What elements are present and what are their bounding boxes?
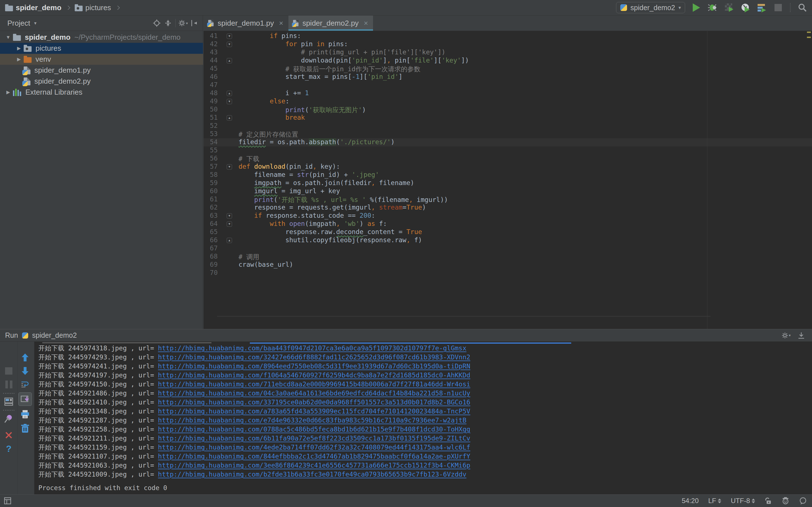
console-url-link[interactable]: http://hbimg.huabanimg.com/04c3a0ae64a16…: [158, 390, 470, 397]
fold-region-end-icon[interactable]: ▴: [227, 91, 232, 96]
fold-region-start-icon[interactable]: ▾: [227, 164, 232, 170]
gear-icon[interactable]: ▾: [780, 330, 792, 341]
hide-panel-icon[interactable]: [796, 330, 807, 341]
console-url-link[interactable]: http://hbimg.huabanimg.com/f1064a5467609…: [158, 372, 470, 379]
console-url-link[interactable]: http://hbimg.huabanimg.com/baa443f0947d2…: [158, 344, 466, 352]
restore-layout-button[interactable]: [3, 396, 14, 407]
encoding-selector[interactable]: UTF-8: [731, 497, 755, 505]
warning-stripe-mark[interactable]: [807, 32, 811, 33]
close-icon[interactable]: ×: [279, 19, 283, 27]
console-line: 开始下载 2445921009.jpeg , url= http://hbimg…: [38, 470, 812, 479]
editor-horizontal-scrollbar[interactable]: [217, 316, 711, 317]
tree-item-pictures[interactable]: ▶pictures: [0, 43, 203, 54]
locate-file-icon[interactable]: [151, 18, 162, 28]
tree-item-venv[interactable]: ▶venv: [0, 54, 203, 65]
debug-button[interactable]: [708, 3, 718, 13]
code-text: i += 1: [239, 89, 309, 97]
collapse-all-icon[interactable]: [162, 18, 174, 28]
tab-spider_demo2-py[interactable]: spider_demo2.py×: [289, 15, 373, 31]
console-url-link[interactable]: http://hbimg.huabanimg.com/711ebcd8aa2e0…: [158, 381, 470, 388]
python-icon: [22, 332, 28, 339]
fold-region-end-icon[interactable]: ▴: [227, 115, 232, 121]
hide-panel-icon[interactable]: [189, 18, 200, 28]
help-button[interactable]: ?: [3, 443, 14, 454]
line-number: 65: [204, 228, 218, 235]
code-line-53: 53# 定义图片存储位置: [204, 130, 812, 138]
console-url-link[interactable]: http://hbimg.huabanimg.com/e7d4e96332e0d…: [158, 416, 466, 424]
console-url-link[interactable]: http://hbimg.huabanimg.com/a783a65fd43a5…: [158, 407, 470, 415]
fold-region-start-icon[interactable]: ▾: [227, 42, 232, 47]
process-exit-message: Process finished with exit code 0: [38, 484, 812, 493]
tree-item-external-libraries[interactable]: ▶External Libraries: [0, 87, 203, 98]
console-url-link[interactable]: http://hbimg.huabanimg.com/337195ce0ab62…: [158, 399, 470, 406]
breadcrumb-chevron-icon: [66, 5, 70, 10]
fold-region-start-icon[interactable]: ▾: [227, 99, 232, 104]
pin-tab-button[interactable]: [3, 413, 14, 425]
fold-region-start-icon[interactable]: ▾: [227, 34, 232, 39]
breadcrumb-chevron-icon: [116, 5, 120, 10]
close-icon[interactable]: ×: [364, 19, 368, 27]
warning-stripe-mark[interactable]: [807, 37, 811, 38]
code-line-66: 66▴ shutil.copyfileobj(response.raw, f): [204, 236, 812, 244]
python-file-icon: [24, 66, 31, 74]
soft-wrap-button[interactable]: [19, 379, 31, 390]
pause-output-button[interactable]: [3, 379, 14, 390]
line-separator-selector[interactable]: LF: [708, 497, 721, 505]
python-icon: [620, 4, 627, 11]
console-url-link[interactable]: http://hbimg.huabanimg.com/0788ac5c486bd…: [158, 426, 470, 433]
code-editor[interactable]: 41▾ if pins:42▾ for pin in pins:43 # pri…: [204, 31, 812, 329]
chevron-expanded-icon[interactable]: ▼: [3, 35, 13, 40]
line-number: 61: [204, 195, 218, 203]
run-console[interactable]: 开始下载 2445974318.jpeg , url= http://hbimg…: [35, 342, 812, 494]
stop-button[interactable]: [773, 3, 783, 13]
profiler-button[interactable]: [741, 3, 751, 13]
concurrency-diagram-button[interactable]: [757, 3, 767, 13]
toolwindow-switcher-icon[interactable]: [4, 497, 11, 504]
search-everywhere-icon[interactable]: [797, 3, 808, 13]
console-url-link[interactable]: http://hbimg.huabanimg.com/844efbbba2c1c…: [158, 453, 470, 460]
gear-icon[interactable]: ▾: [177, 18, 189, 28]
status-bar: 54:20 LF UTF-8: [0, 494, 812, 507]
console-line: 开始下载 2445921287.jpeg , url= http://hbimg…: [38, 416, 812, 425]
console-url-link[interactable]: http://hbimg.huabanimg.com/3ee86f864239c…: [158, 462, 470, 469]
code-text: download(pin['pin_id'], pin['file']['key…: [239, 57, 469, 64]
up-stack-trace-button[interactable]: [19, 352, 31, 363]
event-log-icon[interactable]: [799, 497, 807, 505]
console-url-link[interactable]: http://hbimg.huabanimg.com/32427e66d6f88…: [158, 353, 470, 361]
stop-button[interactable]: [3, 365, 14, 377]
code-line-64: 64▾ with open(imgpath, 'wb') as f:: [204, 220, 812, 228]
console-url-link[interactable]: http://hbimg.huabanimg.com/6b11fa90a72e5…: [158, 435, 470, 442]
chevron-collapsed-icon[interactable]: ▶: [14, 56, 24, 62]
caret-position[interactable]: 54:20: [682, 497, 699, 505]
fold-region-start-icon[interactable]: ▾: [227, 221, 232, 227]
chevron-collapsed-icon[interactable]: ▶: [3, 89, 13, 95]
inspections-hector-icon[interactable]: [781, 497, 790, 505]
python-file-icon: [208, 20, 213, 26]
line-number: 57: [204, 163, 218, 170]
down-stack-trace-button[interactable]: [19, 365, 31, 377]
chevron-collapsed-icon[interactable]: ▶: [14, 45, 24, 51]
tab-spider_demo1-py[interactable]: spider_demo1.py×: [204, 15, 289, 31]
print-button[interactable]: [19, 409, 31, 420]
scroll-to-end-button[interactable]: [18, 392, 32, 406]
fold-region-end-icon[interactable]: ▴: [227, 238, 232, 243]
console-url-link[interactable]: http://hbimg.huabanimg.com/4ede2ba714ff0…: [158, 444, 470, 451]
code-text: # print(img_url + pin['file']['key']): [239, 48, 446, 56]
tree-item-spider-demo1-py[interactable]: spider_demo1.py: [0, 65, 203, 76]
console-url-link[interactable]: http://hbimg.huabanimg.com/b2fde31b6a33f…: [158, 471, 466, 478]
run-button[interactable]: [691, 3, 702, 13]
run-configuration-selector[interactable]: spider_demo2 ▾: [616, 2, 685, 13]
line-number: 60: [204, 187, 218, 194]
tree-item-spider-demo2-py[interactable]: spider_demo2.py: [0, 76, 203, 87]
tree-item-spider-demo[interactable]: ▼spider_demo~/PycharmProjects/spider_dem…: [0, 32, 203, 43]
fold-region-end-icon[interactable]: ▴: [227, 58, 232, 63]
lock-icon[interactable]: [765, 497, 772, 505]
console-url-link[interactable]: http://hbimg.huabanimg.com/8964eed7550eb…: [158, 362, 470, 370]
clear-all-icon[interactable]: [19, 423, 31, 434]
breadcrumb-item-spider_demo[interactable]: spider_demo: [5, 3, 61, 12]
breadcrumb-item-pictures[interactable]: pictures: [75, 3, 111, 12]
close-button[interactable]: [3, 430, 14, 441]
run-with-coverage-button[interactable]: [724, 3, 734, 13]
fold-region-start-icon[interactable]: ▾: [227, 213, 232, 219]
code-line-67: 67: [204, 244, 812, 252]
